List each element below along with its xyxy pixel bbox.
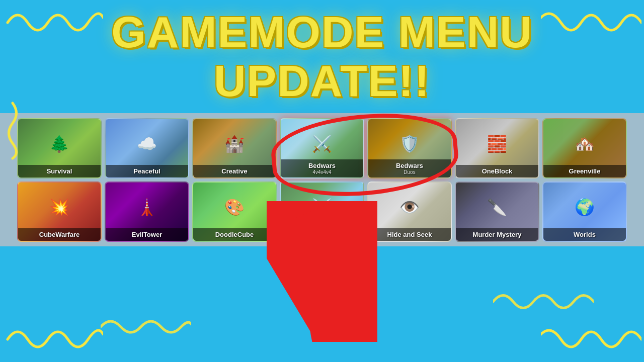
tile-icon-bedwars2: 🛡️ bbox=[399, 134, 420, 153]
game-tile-doodlecube[interactable]: 🎨DoodleCube bbox=[192, 182, 277, 242]
tile-icon-bedwars3: ⚔️ bbox=[312, 198, 332, 217]
tile-sublabel-bedwars2: Duos bbox=[369, 169, 450, 175]
tile-label-bedwars1: Bedwars4v4v4v4 bbox=[281, 159, 363, 177]
tile-icon-oneblock: 🧱 bbox=[487, 134, 507, 153]
squiggle-top-right bbox=[541, 3, 641, 43]
squiggle-top-left bbox=[3, 3, 103, 43]
game-tile-bedwars2[interactable]: 🛡️BedwarsDuos bbox=[367, 118, 452, 178]
tile-label-peaceful: Peaceful bbox=[106, 165, 188, 177]
tile-icon-bedwars1: ⚔️ bbox=[312, 134, 332, 153]
game-tile-cubewarfare[interactable]: 💥CubeWarfare bbox=[17, 182, 102, 242]
game-tile-bedwars1[interactable]: ⚔️Bedwars4v4v4v4 bbox=[280, 118, 364, 178]
tile-label-murdermystery: Murder Mystery bbox=[456, 228, 538, 241]
squiggle-bottom-left bbox=[3, 319, 103, 359]
game-tile-oneblock[interactable]: 🧱OneBlock bbox=[455, 118, 539, 178]
tile-icon-worlds: 🌍 bbox=[575, 198, 595, 217]
squiggle-bottom-mid-left bbox=[101, 312, 191, 342]
tile-icon-hideseek: 👁️ bbox=[399, 198, 420, 217]
tile-icon-eviltower: 🗼 bbox=[137, 198, 157, 217]
tile-icon-murdermystery: 🔪 bbox=[487, 198, 507, 217]
menu-grid: 🌲Survival☁️Peaceful🏰Creative⚔️Bedwars4v4… bbox=[7, 113, 637, 247]
tile-label-oneblock: OneBlock bbox=[456, 165, 538, 177]
tile-label-cubewarfare: CubeWarfare bbox=[18, 228, 101, 241]
game-tile-murdermystery[interactable]: 🔪Murder Mystery bbox=[455, 182, 539, 242]
squiggle-bottom-right bbox=[541, 319, 641, 359]
tile-icon-greenville: 🏘️ bbox=[575, 134, 595, 153]
tile-icon-cubewarfare: 💥 bbox=[49, 198, 69, 217]
game-tile-greenville[interactable]: 🏘️Greenville bbox=[542, 118, 627, 178]
tile-label-survival: Survival bbox=[18, 165, 101, 177]
tile-icon-peaceful: ☁️ bbox=[137, 134, 157, 153]
tile-sublabel-bedwars1: 4v4v4v4 bbox=[282, 169, 362, 175]
game-tile-creative[interactable]: 🏰Creative bbox=[192, 118, 277, 178]
game-tile-hideseek[interactable]: 👁️Hide and Seek bbox=[367, 182, 452, 242]
game-tile-eviltower[interactable]: 🗼EvilTower bbox=[105, 182, 189, 242]
tile-label-worlds: Worlds bbox=[543, 228, 626, 241]
tile-label-greenville: Greenville bbox=[543, 165, 626, 177]
tile-label-bedwars2: BedwarsDuos bbox=[368, 159, 451, 177]
squiggle-bottom-mid-right bbox=[493, 282, 594, 322]
menu-container: 🌲Survival☁️Peaceful🏰Creative⚔️Bedwars4v4… bbox=[0, 113, 644, 246]
tile-label-hideseek: Hide and Seek bbox=[368, 228, 451, 241]
tile-label-creative: Creative bbox=[193, 165, 276, 177]
game-tile-worlds[interactable]: 🌍Worlds bbox=[542, 182, 627, 242]
tile-icon-survival: 🌲 bbox=[49, 134, 69, 153]
tile-icon-doodlecube: 🎨 bbox=[224, 198, 245, 217]
game-tile-survival[interactable]: 🌲Survival bbox=[17, 118, 102, 178]
tile-icon-creative: 🏰 bbox=[224, 134, 245, 153]
game-tile-bedwars3[interactable]: ⚔️Bedwars bbox=[280, 182, 364, 242]
game-tile-peaceful[interactable]: ☁️Peaceful bbox=[105, 118, 189, 178]
tile-label-eviltower: EvilTower bbox=[106, 228, 188, 241]
tile-label-doodlecube: DoodleCube bbox=[193, 228, 276, 241]
tile-label-bedwars3: Bedwars bbox=[281, 228, 363, 241]
